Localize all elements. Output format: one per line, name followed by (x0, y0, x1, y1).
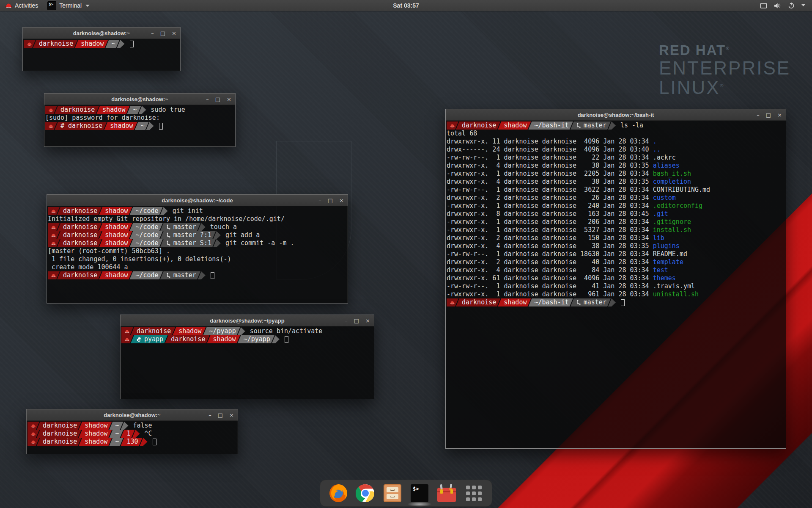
close-button[interactable]: × (777, 112, 782, 118)
maximize-button[interactable]: □ (215, 97, 220, 102)
terminal-output-line: 1 file changed, 0 insertions(+), 0 delet… (48, 255, 348, 263)
close-button[interactable]: × (229, 412, 234, 418)
prompt-segment-path: ~/pyapp (203, 327, 240, 335)
file-name: .travis.yml (653, 282, 695, 290)
close-button[interactable]: × (339, 198, 344, 203)
prompt-segment-venv: pyapp (131, 335, 167, 343)
dock-item-files[interactable] (383, 483, 402, 503)
prompt-line: # darknoiseshadow~ (45, 122, 235, 130)
window-controls: –□× (208, 409, 234, 420)
minimize-button[interactable]: – (208, 412, 211, 418)
window-title: darknoise@shadow:~/pyapp (210, 318, 284, 324)
dock-item-terminal[interactable]: $> (410, 483, 429, 503)
activities-button[interactable]: Activities (0, 0, 43, 11)
window-titlebar[interactable]: darknoise@shadow:~–□× (23, 28, 180, 39)
prompt-segment-path: ~ (127, 106, 141, 114)
file-name: CONTRIBUTING.md (653, 186, 710, 193)
maximize-button[interactable]: □ (218, 412, 223, 418)
prompt-line: darknoiseshadow~ (24, 40, 180, 48)
prompt-segment-user: darknoise (57, 207, 102, 215)
drawer-bottom (387, 494, 398, 499)
file-meta: -rwxrwxr-x. 1 darknoise darknoise 961 Ja… (447, 290, 653, 298)
minimize-button[interactable]: – (206, 97, 209, 102)
redhat-prompt-icon (27, 42, 32, 46)
maximize-button[interactable]: □ (354, 318, 359, 323)
file-listing-row: -rwxrwxr-x. 1 darknoise darknoise 961 Ja… (447, 290, 786, 298)
close-button[interactable]: × (227, 97, 231, 102)
terminal-content[interactable]: darknoiseshadow~/bash-itmasterls -latota… (446, 121, 786, 448)
file-meta: drwxrwxr-x. 4 darknoise darknoise 84 Jan… (447, 266, 653, 274)
prompt-line: darknoiseshadow~false (27, 422, 238, 430)
file-listing-row: drwxrwxr-x. 4 darknoise darknoise 84 Jan… (447, 266, 786, 274)
app-grid-icon (466, 486, 482, 501)
prompt-segment-host: shadow (498, 298, 531, 306)
file-meta: -rwxrwxr-x. 1 darknoise darknoise 240 Ja… (447, 202, 653, 210)
window-titlebar[interactable]: darknoise@shadow:~–□× (44, 94, 235, 105)
file-meta: drwxrwxr-x. 61 darknoise darknoise 4096 … (447, 274, 653, 282)
file-name: bash_it.sh (653, 170, 691, 177)
prompt-segment-git: master (571, 298, 611, 306)
toolbox-clasp (440, 489, 443, 494)
toolbox-icon (437, 488, 456, 502)
command-text: ^C (145, 430, 152, 438)
redhat-prompt-icon (450, 301, 455, 305)
redhat-prompt-icon (51, 225, 56, 229)
minimize-button[interactable]: – (345, 318, 348, 323)
prompt-segment-host: shadow (99, 239, 132, 247)
minimize-button[interactable]: – (757, 112, 760, 118)
terminal-content[interactable]: darknoiseshadow~falsedarknoiseshadow~1^C… (27, 421, 238, 454)
prompt-line: darknoiseshadow~/pyappsource bin/activat… (121, 327, 374, 335)
wrench-icon (440, 484, 443, 490)
terminal-content[interactable]: darknoiseshadow~/pyappsource bin/activat… (121, 326, 374, 399)
prompt-segment-host: shadow (207, 335, 240, 343)
prompt-line: darknoiseshadow~/codemaster S:1git commi… (48, 239, 348, 247)
maximize-button[interactable]: □ (766, 112, 771, 118)
minimize-button[interactable]: – (318, 198, 321, 203)
window-titlebar[interactable]: darknoise@shadow:~/bash-it–□× (446, 109, 786, 121)
command-text: source bin/activate (250, 327, 323, 335)
terminal-content[interactable]: darknoiseshadow~ (23, 39, 180, 71)
window-controls: –□× (151, 28, 176, 39)
prompt-segment-path: ~ (109, 430, 123, 438)
window-titlebar[interactable]: darknoise@shadow:~/pyapp–□× (121, 315, 374, 326)
system-status-area[interactable] (757, 0, 809, 11)
volume-icon (774, 3, 781, 9)
dock-item-chrome[interactable] (356, 483, 375, 503)
clock[interactable]: Sat 03:57 (393, 2, 419, 9)
close-button[interactable]: × (172, 30, 176, 36)
dock-item-firefox[interactable] (329, 483, 348, 503)
maximize-button[interactable]: □ (160, 30, 165, 36)
git-branch-icon (166, 240, 171, 246)
file-name: custom (653, 194, 676, 202)
prompt-segment-host: shadow (498, 121, 531, 130)
terminal-content[interactable]: darknoiseshadow~/codegit initInitialized… (47, 206, 348, 303)
file-name: .gitignore (653, 218, 691, 226)
dock-item-app-grid[interactable] (464, 483, 483, 503)
maximize-button[interactable]: □ (328, 198, 333, 203)
terminal-cursor (130, 41, 134, 47)
prompt-segment-user: darknoise (37, 422, 81, 430)
chevron-down-icon (801, 4, 805, 7)
prompt-segment-user: darknoise (55, 106, 99, 114)
file-listing-row: -rwxrwxr-x. 1 darknoise darknoise 5327 J… (447, 226, 786, 234)
terminal-output-line: [sudo] password for darknoise: (45, 114, 235, 122)
registered-mark: ® (720, 83, 725, 88)
screwdriver-icon (450, 484, 452, 489)
minimize-button[interactable]: – (151, 30, 154, 36)
terminal-cursor (153, 439, 156, 445)
terminal-content[interactable]: darknoiseshadow~sudo true[sudo] password… (44, 105, 235, 146)
file-listing-row: drwxrwxr-x. 61 darknoise darknoise 4096 … (447, 274, 786, 282)
window-titlebar[interactable]: darknoise@shadow:~–□× (27, 409, 238, 421)
file-name: completion (653, 178, 691, 185)
prompt-segment-git: master S:1 (160, 239, 216, 247)
focused-app-menu[interactable]: $> Terminal (43, 0, 94, 11)
file-listing-row: drwxrwxr-x. 11 darknoise darknoise 4096 … (447, 138, 786, 146)
window-titlebar[interactable]: darknoise@shadow:~/code–□× (47, 195, 348, 206)
dock-item-toolbox[interactable] (437, 483, 456, 503)
close-button[interactable]: × (365, 318, 370, 323)
file-meta: -rwxrwxr-x. 1 darknoise darknoise 2205 J… (447, 170, 653, 177)
prompt-segment-host: shadow (104, 122, 137, 130)
activities-label: Activities (15, 2, 38, 9)
file-manager-icon (384, 484, 401, 502)
terminal-output-line: create mode 100644 a (48, 263, 348, 271)
